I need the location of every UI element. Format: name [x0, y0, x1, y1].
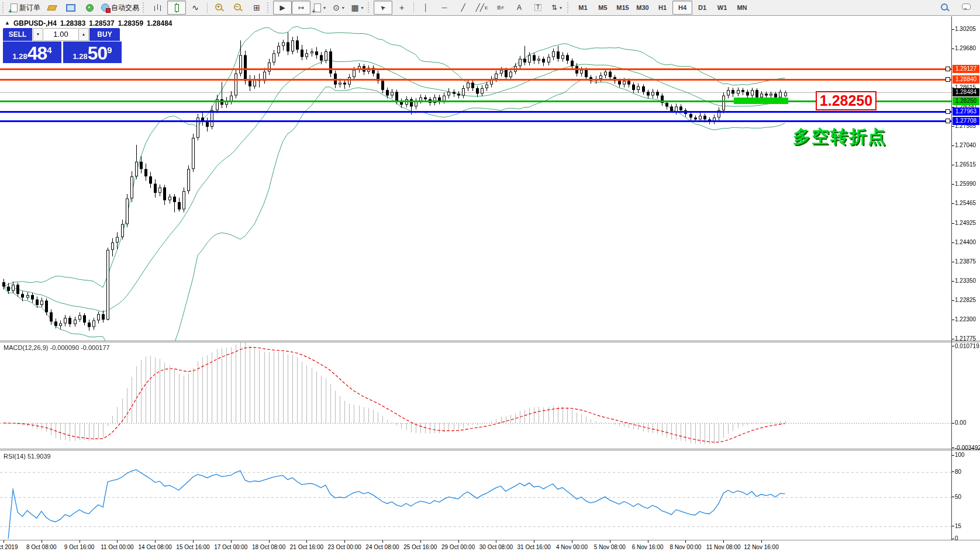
- styler-button[interactable]: [43, 1, 61, 15]
- indicators-button[interactable]: ▾: [310, 1, 329, 15]
- horizontal-line-button[interactable]: ─: [435, 1, 454, 15]
- macd-pane-canvas[interactable]: [0, 341, 951, 449]
- trendline-icon: ╱: [461, 4, 465, 11]
- timeframe-m5-button-label: M5: [598, 4, 607, 11]
- channel-button[interactable]: ╱╱E: [472, 1, 491, 15]
- rsi-pane-canvas[interactable]: [0, 450, 951, 540]
- ohlc-low: 1.28359: [118, 19, 143, 27]
- vertical-line-button[interactable]: │: [416, 1, 435, 15]
- search-button[interactable]: [936, 1, 954, 15]
- timeframe-w1-button[interactable]: W1: [712, 1, 732, 15]
- auto-trading-button[interactable]: 自动交易: [99, 1, 142, 15]
- macd-axis-label: 0.010719: [955, 343, 979, 349]
- candlestick-chart-button[interactable]: [167, 1, 186, 15]
- sell-price-display[interactable]: 1.28484: [3, 41, 61, 63]
- periods-button[interactable]: ⊙▾: [329, 1, 348, 15]
- toolbar-separator: [207, 2, 208, 13]
- collapse-panel-arrow-icon[interactable]: ▲: [5, 20, 10, 27]
- toolbar-group: ➤+: [374, 0, 411, 15]
- timeframe-m30-button[interactable]: M30: [633, 1, 653, 15]
- text-label-button[interactable]: T: [529, 1, 547, 15]
- macd-axis-label: 0.00: [955, 419, 966, 426]
- price-axis-label: 1.25990: [955, 181, 976, 187]
- line-object-handle[interactable]: [946, 119, 950, 123]
- zoom-out-button[interactable]: [229, 1, 247, 15]
- fibonacci-icon: ≡: [497, 4, 501, 11]
- pane-separator[interactable]: [0, 450, 980, 450]
- timeframe-h1-button[interactable]: H1: [653, 1, 672, 15]
- line-chart-button[interactable]: ∿: [186, 1, 205, 15]
- vertical-line-icon: │: [423, 4, 428, 11]
- price-axis-tick: [952, 300, 954, 301]
- price-axis-tick: [952, 165, 954, 165]
- volume-input[interactable]: [44, 28, 78, 41]
- timeframe-m30-button-label: M30: [636, 4, 648, 11]
- buy-price-display[interactable]: 1.28509: [63, 41, 122, 63]
- pane-separator[interactable]: [0, 341, 980, 341]
- crosshair-button[interactable]: +: [392, 1, 411, 15]
- arrows-button[interactable]: ⇅▾: [547, 1, 566, 15]
- price-axis-tick: [952, 339, 954, 339]
- price-line-label: 1.27963: [953, 107, 979, 116]
- market-watch-button[interactable]: [61, 1, 80, 15]
- pane-separator[interactable]: [0, 449, 980, 449]
- buy-price-big: 50: [88, 44, 108, 63]
- zoom-in-button[interactable]: [210, 1, 229, 15]
- buy-button[interactable]: BUY: [89, 28, 120, 41]
- periods-icon: ⊙: [333, 4, 340, 12]
- tile-windows-icon: ⊞: [253, 4, 260, 12]
- line-object-handle[interactable]: [946, 67, 950, 71]
- search-icon: [941, 4, 950, 12]
- timeframe-m1-button[interactable]: M1: [573, 1, 593, 15]
- sell-price-sup: 4: [47, 45, 51, 55]
- cursor-button[interactable]: ➤: [374, 1, 392, 15]
- timeframe-d1-button[interactable]: D1: [692, 1, 712, 15]
- fibonacci-button[interactable]: ≡F: [491, 1, 510, 15]
- price-callout-object[interactable]: 1.28250: [816, 91, 877, 110]
- sell-button[interactable]: SELL: [3, 28, 32, 41]
- volume-increase-button[interactable]: ▲: [78, 28, 89, 41]
- timeframe-m5-button[interactable]: M5: [593, 1, 613, 15]
- templates-button[interactable]: ▦▾: [348, 1, 367, 15]
- pane-separator[interactable]: [0, 342, 980, 342]
- time-axis-tick: [117, 540, 118, 543]
- volume-decrease-button[interactable]: ▼: [33, 28, 43, 41]
- price-axis-tick: [952, 48, 954, 49]
- time-axis-tick: [761, 540, 762, 543]
- timeframe-m15-button[interactable]: M15: [613, 1, 633, 15]
- timeframe-h1-button-label: H1: [658, 4, 667, 11]
- timeframe-h4-button[interactable]: H4: [672, 1, 692, 15]
- text-button[interactable]: A: [510, 1, 529, 15]
- timeframe-mn-button[interactable]: MN: [732, 1, 752, 15]
- new-order-button-label: 新订单: [19, 3, 40, 13]
- rsi-axis-tick: [952, 497, 954, 497]
- symbol-timeframe-label: GBPUSD-,H4: [13, 19, 57, 27]
- toolbar-grip: [368, 2, 371, 13]
- zoom-out-icon: [234, 4, 243, 12]
- rsi-axis-label: 100: [955, 452, 965, 458]
- timeframe-d1-button-label: D1: [698, 4, 706, 11]
- chat-button[interactable]: [957, 1, 975, 15]
- new-order-button[interactable]: 新订单: [8, 1, 43, 15]
- price-line-label: 1.28840: [953, 75, 979, 84]
- auto-scroll-button[interactable]: ▶: [273, 1, 292, 15]
- timeframe-h4-button-label: H4: [678, 4, 686, 11]
- turning-point-text-object[interactable]: 多空转折点: [793, 127, 886, 146]
- signals-button[interactable]: [80, 1, 99, 15]
- main-chart-canvas[interactable]: [0, 16, 951, 341]
- line-object-handle[interactable]: [946, 77, 950, 82]
- toolbar-group: [210, 0, 247, 15]
- ohlc-close: 1.28484: [147, 19, 172, 27]
- line-object-handle[interactable]: [946, 109, 950, 114]
- channel-icon: ╱╱: [476, 4, 484, 11]
- signals-icon: [86, 4, 94, 12]
- buy-price-prefix: 1.28: [73, 52, 87, 61]
- price-axis-tick: [952, 29, 954, 30]
- bar-chart-icon: [154, 4, 162, 12]
- tile-windows-button[interactable]: ⊞: [247, 1, 266, 15]
- dropdown-caret-icon: ▾: [342, 5, 344, 11]
- timeframe-w1-button-label: W1: [717, 4, 727, 11]
- chart-shift-button[interactable]: ↦: [292, 1, 310, 15]
- trendline-button[interactable]: ╱: [454, 1, 472, 15]
- bar-chart-button[interactable]: [149, 1, 167, 15]
